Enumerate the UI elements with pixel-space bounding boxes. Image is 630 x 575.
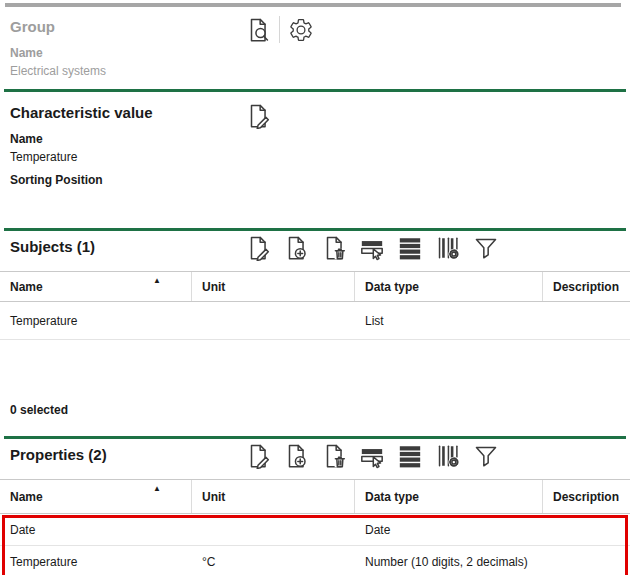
column-header-unit[interactable]: Unit xyxy=(192,480,355,513)
properties-table-header: Name ▲ Unit Data type Description xyxy=(0,479,630,514)
column-header-data-type[interactable]: Data type xyxy=(355,480,543,513)
page: Group Name Electrical systems Characteri… xyxy=(0,0,630,575)
group-name-label: Name xyxy=(10,46,620,60)
edit-icon[interactable] xyxy=(245,235,271,261)
sorting-position-label: Sorting Position xyxy=(10,173,620,187)
delete-icon[interactable] xyxy=(321,235,347,261)
properties-toolbar xyxy=(245,443,499,469)
column-header-name[interactable]: Name ▲ xyxy=(0,480,192,513)
characteristic-value-section: Characteristic value Name Temperature So… xyxy=(0,92,630,228)
spacer xyxy=(10,191,620,228)
cell-data-type: List xyxy=(355,314,543,328)
add-icon[interactable] xyxy=(283,235,309,261)
cell-name: Date xyxy=(0,523,192,537)
characteristic-name-label: Name xyxy=(10,132,620,146)
subjects-table-header: Name ▲ Unit Data type Description xyxy=(0,271,630,302)
characteristic-value-title: Characteristic value xyxy=(10,103,620,123)
sort-ascending-icon: ▲ xyxy=(153,485,161,493)
cell-name: Temperature xyxy=(0,314,192,328)
group-section-title: Group xyxy=(10,17,620,37)
column-header-description[interactable]: Description xyxy=(543,272,630,301)
properties-section: Properties (2) Name ▲ Unit Data type Des… xyxy=(0,439,630,575)
preview-details-icon[interactable] xyxy=(245,17,271,43)
cell-name: Temperature xyxy=(0,555,192,569)
filter-icon[interactable] xyxy=(473,443,499,469)
filter-icon[interactable] xyxy=(473,235,499,261)
column-header-data-type[interactable]: Data type xyxy=(355,272,543,301)
subjects-toolbar xyxy=(245,235,499,261)
column-header-description[interactable]: Description xyxy=(543,480,630,513)
add-icon[interactable] xyxy=(283,443,309,469)
group-name-value: Electrical systems xyxy=(10,64,620,78)
display-rows-icon[interactable] xyxy=(397,235,423,261)
column-options-icon[interactable] xyxy=(435,235,461,261)
characteristic-name-value: Temperature xyxy=(10,150,620,164)
subjects-table: Temperature List xyxy=(0,302,630,340)
edit-icon[interactable] xyxy=(245,103,271,129)
column-header-unit[interactable]: Unit xyxy=(192,272,355,301)
display-rows-icon[interactable] xyxy=(397,443,423,469)
cell-data-type: Number (10 digits, 2 decimals) xyxy=(355,555,543,569)
sort-ascending-icon: ▲ xyxy=(153,277,161,285)
settings-icon[interactable] xyxy=(288,17,314,43)
column-options-icon[interactable] xyxy=(435,443,461,469)
selection-status: 0 selected xyxy=(10,403,630,436)
column-header-name[interactable]: Name ▲ xyxy=(0,272,192,301)
subjects-section: Subjects (1) Name ▲ Unit Data type Descr… xyxy=(0,231,630,436)
select-rows-icon[interactable] xyxy=(359,443,385,469)
group-toolbar xyxy=(245,16,314,43)
edit-icon[interactable] xyxy=(245,443,271,469)
select-rows-icon[interactable] xyxy=(359,235,385,261)
table-row[interactable]: Date Date xyxy=(0,514,630,546)
cell-unit: °C xyxy=(192,555,355,569)
cell-data-type: Date xyxy=(355,523,543,537)
table-row[interactable]: Temperature °C Number (10 digits, 2 deci… xyxy=(0,546,630,575)
delete-icon[interactable] xyxy=(321,443,347,469)
properties-table: Date Date Temperature °C Number (10 digi… xyxy=(0,514,630,575)
group-section: Group Name Electrical systems xyxy=(0,7,630,89)
table-row[interactable]: Temperature List xyxy=(0,302,630,340)
characteristic-toolbar xyxy=(245,103,271,129)
toolbar-separator xyxy=(279,16,280,43)
